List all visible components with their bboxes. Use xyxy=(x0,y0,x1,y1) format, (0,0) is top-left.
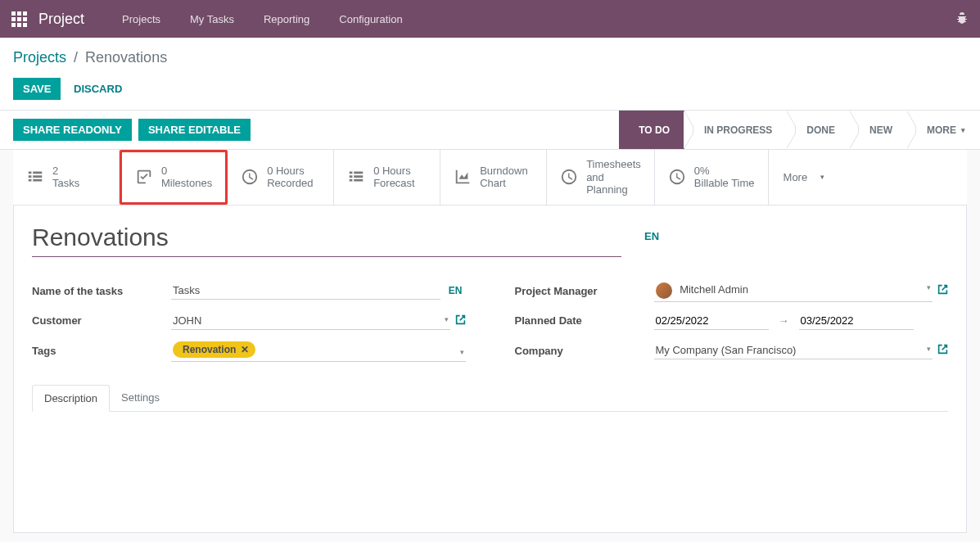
status-done[interactable]: DONE xyxy=(787,111,850,149)
clock-icon xyxy=(241,168,259,186)
stat-label: Milestones xyxy=(161,177,212,190)
customer-value: JOHN xyxy=(173,314,201,327)
form-sheet: EN Name of the tasks EN Project Manager … xyxy=(13,206,967,533)
tabs: Description Settings xyxy=(32,385,948,412)
status-label: TO DO xyxy=(639,124,670,136)
stat-value: Burndown xyxy=(480,165,528,178)
stat-value: 2 xyxy=(52,165,79,178)
stat-billable-time[interactable]: 0%Billable Time xyxy=(655,150,769,205)
label-customer: Customer xyxy=(32,314,171,327)
tag-remove-icon[interactable]: ✕ xyxy=(241,344,249,355)
stat-tasks[interactable]: 2Tasks xyxy=(13,150,120,205)
nav-projects[interactable]: Projects xyxy=(107,2,175,37)
label-planned-date: Planned Date xyxy=(515,314,654,327)
caret-down-icon: ▾ xyxy=(961,126,965,134)
share-buttons: SHARE READONLY SHARE EDITABLE xyxy=(0,111,264,149)
lang-badge[interactable]: EN xyxy=(445,285,466,296)
save-button[interactable]: SAVE xyxy=(13,78,61,100)
tags-input[interactable]: Renovation ✕ ▾ xyxy=(171,340,466,362)
stat-line: Timesheets xyxy=(586,158,641,171)
label-company: Company xyxy=(515,345,654,357)
stat-hours-forecast[interactable]: 0 HoursForecast xyxy=(334,150,440,205)
nav-links: Projects My Tasks Reporting Configuratio… xyxy=(107,2,418,37)
company-select[interactable]: My Company (San Francisco) ▾ xyxy=(654,341,933,359)
project-name-input[interactable] xyxy=(32,222,621,257)
label-project-manager: Project Manager xyxy=(515,285,654,297)
caret-down-icon: ▾ xyxy=(445,315,449,323)
arrow-right-icon: → xyxy=(779,314,789,327)
external-link-icon[interactable] xyxy=(937,284,948,297)
nav-reporting[interactable]: Reporting xyxy=(249,2,324,37)
label-tags: Tags xyxy=(32,345,171,357)
list-icon xyxy=(347,168,365,186)
stat-label: Billable Time xyxy=(694,177,755,190)
clock-icon xyxy=(560,168,578,186)
stat-value: 0 Hours xyxy=(373,165,415,178)
stat-label: Recorded xyxy=(267,177,313,190)
share-editable-button[interactable]: SHARE EDITABLE xyxy=(138,119,251,141)
stat-milestones[interactable]: 0Milestones xyxy=(120,150,228,205)
breadcrumb-row: Projects / Renovations xyxy=(0,38,980,71)
company-value: My Company (San Francisco) xyxy=(656,344,797,356)
share-readonly-button[interactable]: SHARE READONLY xyxy=(13,119,132,141)
status-new[interactable]: NEW xyxy=(850,111,907,149)
stat-label: Chart xyxy=(480,177,528,190)
debug-icon[interactable] xyxy=(955,11,969,27)
stat-label: Forecast xyxy=(373,177,415,190)
action-row: SAVE DISCARD xyxy=(0,71,980,110)
stat-row: 2Tasks 0Milestones 0 HoursRecorded 0 Hou… xyxy=(13,150,967,206)
caret-down-icon: ▾ xyxy=(820,173,824,181)
status-label: NEW xyxy=(869,124,892,136)
caret-down-icon: ▾ xyxy=(927,345,931,353)
caret-down-icon: ▾ xyxy=(927,283,931,291)
nav-my-tasks[interactable]: My Tasks xyxy=(175,2,249,37)
status-label: DONE xyxy=(806,124,835,136)
external-link-icon[interactable] xyxy=(937,344,948,357)
project-manager-select[interactable]: Mitchell Admin ▾ xyxy=(654,280,933,302)
caret-down-icon: ▾ xyxy=(460,348,464,356)
stat-line: Planning xyxy=(586,183,641,196)
name-of-tasks-input[interactable] xyxy=(171,282,440,300)
status-label: MORE xyxy=(927,124,956,136)
statusbar: TO DO IN PROGRESS DONE NEW MORE▾ xyxy=(619,111,980,149)
list-icon xyxy=(26,168,44,186)
customer-select[interactable]: JOHN ▾ xyxy=(171,312,450,330)
breadcrumb: Projects / Renovations xyxy=(13,49,967,66)
stat-more-label: More xyxy=(784,171,808,183)
label-name-of-tasks: Name of the tasks xyxy=(32,285,171,297)
discard-button[interactable]: DISCARD xyxy=(64,78,132,100)
breadcrumb-root[interactable]: Projects xyxy=(13,49,66,65)
chart-icon xyxy=(454,168,472,186)
tag-text: Renovation xyxy=(183,344,236,355)
app-brand[interactable]: Project xyxy=(38,11,84,28)
status-to-do[interactable]: TO DO xyxy=(619,111,684,149)
avatar-icon xyxy=(656,282,672,299)
nav-configuration[interactable]: Configuration xyxy=(324,2,417,37)
status-more[interactable]: MORE▾ xyxy=(907,111,980,149)
stat-burndown[interactable]: BurndownChart xyxy=(440,150,547,205)
stat-hours-recorded[interactable]: 0 HoursRecorded xyxy=(228,150,334,205)
tag-pill: Renovation ✕ xyxy=(173,341,255,358)
breadcrumb-sep: / xyxy=(70,49,81,65)
status-in-progress[interactable]: IN PROGRESS xyxy=(684,111,787,149)
stat-label: Tasks xyxy=(52,177,79,190)
header-bar: SHARE READONLY SHARE EDITABLE TO DO IN P… xyxy=(0,110,980,150)
external-link-icon[interactable] xyxy=(455,314,466,327)
tab-settings[interactable]: Settings xyxy=(110,385,171,411)
stat-line: and xyxy=(586,171,641,184)
project-manager-value: Mitchell Admin xyxy=(680,283,748,296)
stat-more[interactable]: More▾ xyxy=(769,150,840,205)
stat-value: 0 Hours xyxy=(267,165,313,178)
top-navbar: Project Projects My Tasks Reporting Conf… xyxy=(0,0,980,38)
status-label: IN PROGRESS xyxy=(704,124,772,136)
stat-timesheets-planning[interactable]: TimesheetsandPlanning xyxy=(547,150,655,205)
planned-end-input[interactable] xyxy=(799,312,914,330)
check-icon xyxy=(135,168,153,186)
planned-start-input[interactable] xyxy=(654,312,769,330)
lang-badge[interactable]: EN xyxy=(644,222,659,242)
clock-icon xyxy=(668,168,686,186)
stat-value: 0% xyxy=(694,165,755,178)
apps-icon[interactable] xyxy=(11,11,27,27)
tab-description[interactable]: Description xyxy=(32,385,110,412)
stat-value: 0 xyxy=(161,165,212,178)
